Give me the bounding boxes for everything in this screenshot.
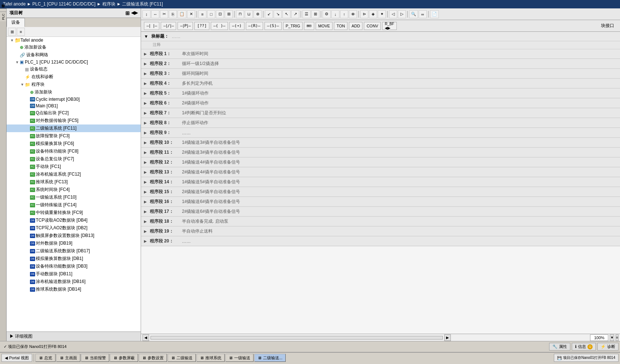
zoom-dropdown[interactable]: ▼ (610, 334, 614, 341)
tree-item-fc8[interactable]: FC 设备特殊功能块 [FC8] (7, 147, 141, 155)
network-expand-15[interactable]: ▶ (144, 190, 147, 194)
tb-grid[interactable]: ⊞ (311, 10, 319, 18)
tree-item-db3[interactable]: DB 设备特殊功能数据块 [DB3] (7, 263, 141, 270)
tree-item-fc10[interactable]: FC 一级输送系统 [FC10] (7, 194, 141, 201)
network-row-17[interactable]: ▶程序段 17：2#撬输送6#撬半自动准备信号 (141, 207, 620, 217)
tree-root[interactable]: ▼ 📁 Tafel anode (7, 37, 141, 43)
network-row-5[interactable]: ▶程序段 5：1#撬循环动作 (141, 89, 620, 99)
tree-item-add-block[interactable]: ⊕ 添加新块 (7, 88, 141, 96)
network-row-1[interactable]: ▶程序段 1：单次循环时间 (141, 49, 620, 59)
network-expand-19[interactable]: ▶ (144, 229, 147, 233)
tree-item-fc5[interactable]: FC 对外数据传输块 [FC5] (7, 117, 141, 124)
element-no-contact[interactable]: —| |— (144, 22, 159, 30)
tree-item-db2[interactable]: DB TCP写入AO2数据块 [DB2] (7, 224, 141, 232)
side-tab-plc[interactable]: PLC (0, 12, 6, 22)
scroll-left[interactable]: ◀ (142, 334, 149, 341)
network-expand-12[interactable]: ▶ (144, 160, 147, 164)
tb-delete[interactable]: ✕ (187, 10, 195, 18)
element-nc-contact[interactable]: —|/|— (161, 22, 176, 30)
tb-compile[interactable]: ⚙ (323, 10, 331, 18)
element-move[interactable]: MOVE (316, 22, 332, 30)
tree-item-db11[interactable]: DB 手动数据块 [DB11] (7, 270, 141, 278)
tb-net-list[interactable]: ☰ (303, 10, 311, 18)
scroll-track[interactable] (151, 336, 443, 340)
element-r-coil[interactable]: —(R)— (246, 22, 263, 30)
project-save-btn[interactable]: 💾 项目已保存Nano01打开FB 8014 (554, 354, 619, 362)
task-ball-push[interactable]: 🖥 推球系统 (197, 354, 225, 362)
tb-insert-empty[interactable]: □ (207, 10, 215, 18)
network-row-3[interactable]: ▶程序段 3：循环间隔时间 (141, 69, 620, 79)
tab-properties[interactable]: 🔧 属性 (549, 343, 570, 350)
network-row-18[interactable]: ▶程序段 18：半自动准备完成. 启动泵 (141, 217, 620, 227)
zoom-input[interactable] (590, 334, 608, 341)
tree-btn-1[interactable]: ⊞ (8, 28, 16, 36)
tb-infinity[interactable]: ∞ (419, 10, 427, 18)
tree-item-online-diag[interactable]: ⚡ 在线和诊断 (7, 73, 141, 81)
panel-icon-arrow[interactable]: ◀▶ (131, 10, 138, 16)
element-p-trig[interactable]: P_TRIG (283, 22, 303, 30)
network-row-7[interactable]: ▶程序段 7：1#判断阀门是否开到位 (141, 108, 620, 118)
network-row-16[interactable]: ▶程序段 16：1#撬输送6#撬半自动准备信号 (141, 197, 620, 207)
tree-item-db14[interactable]: DB 推球系统数据块 [DB14] (7, 286, 141, 293)
tb-negate[interactable]: ⊗ (254, 10, 262, 18)
tree-item-fc2[interactable]: FC Q点输出块 [FC2] (7, 109, 141, 117)
network-expand-3[interactable]: ▶ (144, 72, 147, 76)
element-p-contact[interactable]: —|P|— (178, 22, 193, 30)
tab-info[interactable]: ℹ 信息 ① (572, 343, 596, 350)
scroll-right[interactable]: ▶ (444, 334, 451, 341)
network-expand-20[interactable]: ▶ (144, 239, 147, 243)
tb-open-branch[interactable]: ⊓ (236, 10, 244, 18)
task-primary-transport[interactable]: 🖥 一级输送 (225, 354, 254, 362)
side-tab-lc[interactable]: 程序块 (0, 8, 6, 12)
tree-btn-2[interactable]: ≡ (17, 28, 25, 36)
task-main-screen[interactable]: 🖥 主画面 (56, 354, 80, 362)
tree-item-plc1[interactable]: ▼ ▣ PLC_1 [CPU 1214C DC/DC/DC] (7, 59, 141, 65)
network-row-15[interactable]: ▶程序段 15：2#撬输送5#撬半自动准备信号 (141, 187, 620, 197)
tree-item-fc3[interactable]: FC 故障报警块 [FC3] (7, 132, 141, 140)
tb-ul[interactable]: ↖ (282, 10, 290, 18)
portal-view-btn[interactable]: ◀ Portal 视图 (1, 354, 32, 362)
network-expand-6[interactable]: ▶ (144, 101, 147, 105)
network-row-6[interactable]: ▶程序段 6：2#撬循环动作 (141, 99, 620, 108)
network-row-10[interactable]: ▶程序段 10：1#撬输送3#撬半自动准备信号 (141, 138, 620, 148)
tree-item-db19[interactable]: DB 对外数据块 [DB19] (7, 240, 141, 247)
task-secondary-transport-active[interactable]: 🖥 二级输送... (254, 354, 286, 362)
tree-item-fc4[interactable]: FC 系统时间块 [FC4] (7, 186, 141, 194)
tree-item-db1[interactable]: DB 模拟量换算数据块 [DB1] (7, 255, 141, 263)
tb-ref[interactable]: ◈ (369, 10, 377, 18)
tb-upload[interactable]: ↑ (340, 10, 348, 18)
tb-insert-row[interactable]: ≡ (198, 10, 206, 18)
tree-item-fc6[interactable]: FC 模拟量换算块 [FC6] (7, 140, 141, 147)
tb-insert-between[interactable]: ⊡ (216, 10, 224, 18)
task-current-alarm[interactable]: 🖥 当前报警 (81, 354, 109, 362)
tree-item-device-config[interactable]: ▦ 设备组态 (7, 65, 141, 73)
network-row-14[interactable]: ▶程序段 14：1#撬输送5#撬半自动准备信号 (141, 177, 620, 187)
network-row-20[interactable]: ▶程序段 20：…… (141, 237, 620, 246)
network-row-13[interactable]: ▶程序段 13：2#撬输送4#撬半自动准备信号 (141, 168, 620, 177)
network-row-8[interactable]: ▶程序段 8：停止循环动作 (141, 118, 620, 128)
task-overview[interactable]: 🖥 总览 (35, 354, 56, 362)
element-set-coil[interactable]: —(→) (229, 22, 244, 30)
tree-item-fc13[interactable]: FC 推球系统 [FC13] (7, 178, 141, 186)
tree-item-db4[interactable]: DB TCP读取AO2数据块 [DB4] (7, 217, 141, 224)
zoom-menu[interactable]: ≡ (616, 334, 619, 341)
network-expand-13[interactable]: ▶ (144, 170, 147, 174)
tree-item-fc12[interactable]: FC 涂布机输送系统 [FC12] (7, 170, 141, 178)
tree-item-add-device[interactable]: ⊕ 添加新设备 (7, 43, 141, 51)
panel-icon-grid[interactable]: ⊞ (125, 10, 130, 16)
tree-item-fc7[interactable]: FC 设备总复位块 [FC7] (7, 155, 141, 163)
tree-item-fc1[interactable]: FC 手动块 [FC1] (7, 163, 141, 170)
tree-item-ob1[interactable]: OB Main [OB1] (7, 103, 141, 109)
element-coil[interactable]: —( )— (211, 22, 228, 30)
element-ton[interactable]: TON (334, 22, 347, 30)
network-expand-1[interactable]: ▶ (144, 52, 147, 56)
network-row-19[interactable]: ▶程序段 19：半自动停止送料 (141, 227, 620, 237)
task-param-mask[interactable]: 🖥 参数屏蔽 (110, 354, 138, 362)
network-row-4[interactable]: ▶程序段 4：多长判定为停机 (141, 79, 620, 89)
network-row-9[interactable]: ▶程序段 9：…… (141, 128, 620, 138)
tb-connect[interactable]: ↕ (142, 10, 151, 18)
tb-ul2[interactable]: ↗ (291, 10, 299, 18)
network-expand-18[interactable]: ▶ (144, 219, 147, 223)
network-expand-14[interactable]: ▶ (144, 180, 147, 184)
network-expand-16[interactable]: ▶ (144, 200, 147, 204)
